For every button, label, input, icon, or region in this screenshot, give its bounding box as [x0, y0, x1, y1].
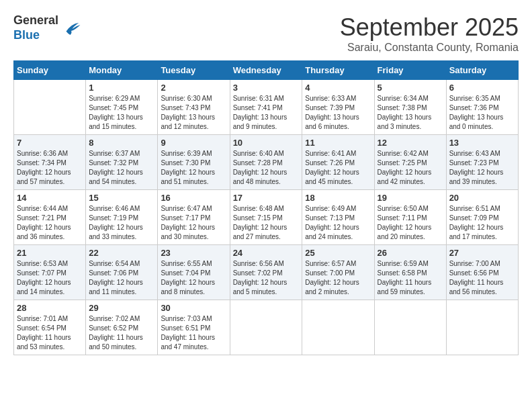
- day-info: Sunrise: 7:02 AM Sunset: 6:52 PM Dayligh…: [89, 314, 154, 352]
- day-of-week-header: Tuesday: [158, 61, 230, 80]
- logo: General Blue: [13, 13, 81, 42]
- calendar-cell: 14Sunrise: 6:44 AM Sunset: 7:21 PM Dayli…: [14, 190, 86, 245]
- logo-general: General: [13, 13, 58, 28]
- day-number: 9: [161, 138, 226, 148]
- day-info: Sunrise: 6:39 AM Sunset: 7:30 PM Dayligh…: [161, 149, 226, 187]
- day-number: 5: [378, 83, 443, 93]
- day-info: Sunrise: 6:54 AM Sunset: 7:06 PM Dayligh…: [89, 259, 154, 297]
- month-title: September 2025: [340, 13, 519, 42]
- calendar-cell: 2Sunrise: 6:30 AM Sunset: 7:43 PM Daylig…: [158, 80, 230, 135]
- logo-blue: Blue: [13, 28, 58, 43]
- title-block: September 2025 Saraiu, Constanta County,…: [340, 13, 519, 54]
- day-info: Sunrise: 6:55 AM Sunset: 7:04 PM Dayligh…: [161, 259, 226, 297]
- calendar-cell: 25Sunrise: 6:57 AM Sunset: 7:00 PM Dayli…: [302, 245, 374, 300]
- calendar-cell: [230, 300, 302, 355]
- calendar-cell: 26Sunrise: 6:59 AM Sunset: 6:58 PM Dayli…: [374, 245, 446, 300]
- day-number: 28: [17, 303, 83, 313]
- day-number: 22: [89, 248, 154, 258]
- day-of-week-header: Sunday: [14, 61, 86, 80]
- page-header: General Blue September 2025 Saraiu, Cons…: [13, 13, 519, 54]
- day-of-week-header: Wednesday: [230, 61, 302, 80]
- day-info: Sunrise: 6:41 AM Sunset: 7:26 PM Dayligh…: [305, 149, 371, 187]
- calendar-cell: 23Sunrise: 6:55 AM Sunset: 7:04 PM Dayli…: [158, 245, 230, 300]
- calendar-cell: 6Sunrise: 6:35 AM Sunset: 7:36 PM Daylig…: [446, 80, 518, 135]
- calendar-week-row: 14Sunrise: 6:44 AM Sunset: 7:21 PM Dayli…: [14, 190, 519, 245]
- day-number: 30: [161, 303, 226, 313]
- day-number: 16: [161, 193, 226, 203]
- day-info: Sunrise: 6:31 AM Sunset: 7:41 PM Dayligh…: [233, 94, 300, 132]
- calendar-cell: 8Sunrise: 6:37 AM Sunset: 7:32 PM Daylig…: [86, 135, 158, 190]
- day-number: 21: [17, 248, 83, 258]
- day-info: Sunrise: 6:50 AM Sunset: 7:11 PM Dayligh…: [378, 204, 443, 242]
- calendar-cell: 1Sunrise: 6:29 AM Sunset: 7:45 PM Daylig…: [86, 80, 158, 135]
- calendar-cell: [374, 300, 446, 355]
- day-info: Sunrise: 6:30 AM Sunset: 7:43 PM Dayligh…: [161, 94, 226, 132]
- calendar-table: SundayMondayTuesdayWednesdayThursdayFrid…: [13, 60, 519, 355]
- calendar-cell: 15Sunrise: 6:46 AM Sunset: 7:19 PM Dayli…: [86, 190, 158, 245]
- day-info: Sunrise: 6:47 AM Sunset: 7:17 PM Dayligh…: [161, 204, 226, 242]
- day-info: Sunrise: 6:37 AM Sunset: 7:32 PM Dayligh…: [89, 149, 154, 187]
- day-info: Sunrise: 6:35 AM Sunset: 7:36 PM Dayligh…: [449, 94, 515, 132]
- day-info: Sunrise: 6:48 AM Sunset: 7:15 PM Dayligh…: [233, 204, 300, 242]
- day-number: 13: [449, 138, 515, 148]
- day-number: 15: [89, 193, 154, 203]
- day-info: Sunrise: 6:43 AM Sunset: 7:23 PM Dayligh…: [449, 149, 515, 187]
- calendar-cell: 3Sunrise: 6:31 AM Sunset: 7:41 PM Daylig…: [230, 80, 302, 135]
- day-number: 26: [378, 248, 443, 258]
- calendar-cell: 20Sunrise: 6:51 AM Sunset: 7:09 PM Dayli…: [446, 190, 518, 245]
- calendar-cell: 28Sunrise: 7:01 AM Sunset: 6:54 PM Dayli…: [14, 300, 86, 355]
- day-info: Sunrise: 6:34 AM Sunset: 7:38 PM Dayligh…: [378, 94, 443, 132]
- day-number: 18: [305, 193, 371, 203]
- day-info: Sunrise: 6:49 AM Sunset: 7:13 PM Dayligh…: [305, 204, 371, 242]
- calendar-week-row: 21Sunrise: 6:53 AM Sunset: 7:07 PM Dayli…: [14, 245, 519, 300]
- day-number: 17: [233, 193, 300, 203]
- day-number: 19: [378, 193, 443, 203]
- day-info: Sunrise: 6:29 AM Sunset: 7:45 PM Dayligh…: [89, 94, 154, 132]
- day-info: Sunrise: 6:57 AM Sunset: 7:00 PM Dayligh…: [305, 259, 371, 297]
- day-of-week-header: Thursday: [302, 61, 374, 80]
- calendar-cell: 24Sunrise: 6:56 AM Sunset: 7:02 PM Dayli…: [230, 245, 302, 300]
- day-info: Sunrise: 6:42 AM Sunset: 7:25 PM Dayligh…: [378, 149, 443, 187]
- day-info: Sunrise: 6:51 AM Sunset: 7:09 PM Dayligh…: [449, 204, 515, 242]
- calendar-cell: 19Sunrise: 6:50 AM Sunset: 7:11 PM Dayli…: [374, 190, 446, 245]
- calendar-cell: 16Sunrise: 6:47 AM Sunset: 7:17 PM Dayli…: [158, 190, 230, 245]
- logo-bird-icon: [61, 19, 81, 39]
- calendar-cell: 21Sunrise: 6:53 AM Sunset: 7:07 PM Dayli…: [14, 245, 86, 300]
- day-info: Sunrise: 6:56 AM Sunset: 7:02 PM Dayligh…: [233, 259, 300, 297]
- calendar-cell: 27Sunrise: 7:00 AM Sunset: 6:56 PM Dayli…: [446, 245, 518, 300]
- day-info: Sunrise: 7:00 AM Sunset: 6:56 PM Dayligh…: [449, 259, 515, 297]
- day-number: 12: [378, 138, 443, 148]
- calendar-cell: [302, 300, 374, 355]
- day-number: 1: [89, 83, 154, 93]
- day-number: 10: [233, 138, 300, 148]
- day-number: 25: [305, 248, 371, 258]
- day-number: 24: [233, 248, 300, 258]
- day-number: 27: [449, 248, 515, 258]
- calendar-cell: 12Sunrise: 6:42 AM Sunset: 7:25 PM Dayli…: [374, 135, 446, 190]
- location-title: Saraiu, Constanta County, Romania: [340, 42, 519, 54]
- calendar-cell: 29Sunrise: 7:02 AM Sunset: 6:52 PM Dayli…: [86, 300, 158, 355]
- calendar-cell: 11Sunrise: 6:41 AM Sunset: 7:26 PM Dayli…: [302, 135, 374, 190]
- day-info: Sunrise: 6:33 AM Sunset: 7:39 PM Dayligh…: [305, 94, 371, 132]
- day-number: 6: [449, 83, 515, 93]
- calendar-cell: 5Sunrise: 6:34 AM Sunset: 7:38 PM Daylig…: [374, 80, 446, 135]
- day-of-week-header: Monday: [86, 61, 158, 80]
- calendar-cell: [14, 80, 86, 135]
- day-info: Sunrise: 7:01 AM Sunset: 6:54 PM Dayligh…: [17, 314, 83, 352]
- day-info: Sunrise: 6:40 AM Sunset: 7:28 PM Dayligh…: [233, 149, 300, 187]
- day-number: 14: [17, 193, 83, 203]
- day-number: 4: [305, 83, 371, 93]
- calendar-cell: 13Sunrise: 6:43 AM Sunset: 7:23 PM Dayli…: [446, 135, 518, 190]
- day-of-week-header: Saturday: [446, 61, 518, 80]
- calendar-week-row: 1Sunrise: 6:29 AM Sunset: 7:45 PM Daylig…: [14, 80, 519, 135]
- calendar-week-row: 7Sunrise: 6:36 AM Sunset: 7:34 PM Daylig…: [14, 135, 519, 190]
- day-info: Sunrise: 6:44 AM Sunset: 7:21 PM Dayligh…: [17, 204, 83, 242]
- day-number: 7: [17, 138, 83, 148]
- calendar-cell: 10Sunrise: 6:40 AM Sunset: 7:28 PM Dayli…: [230, 135, 302, 190]
- day-number: 20: [449, 193, 515, 203]
- calendar-cell: 7Sunrise: 6:36 AM Sunset: 7:34 PM Daylig…: [14, 135, 86, 190]
- calendar-cell: 22Sunrise: 6:54 AM Sunset: 7:06 PM Dayli…: [86, 245, 158, 300]
- calendar-header-row: SundayMondayTuesdayWednesdayThursdayFrid…: [14, 61, 519, 80]
- day-info: Sunrise: 6:46 AM Sunset: 7:19 PM Dayligh…: [89, 204, 154, 242]
- day-number: 23: [161, 248, 226, 258]
